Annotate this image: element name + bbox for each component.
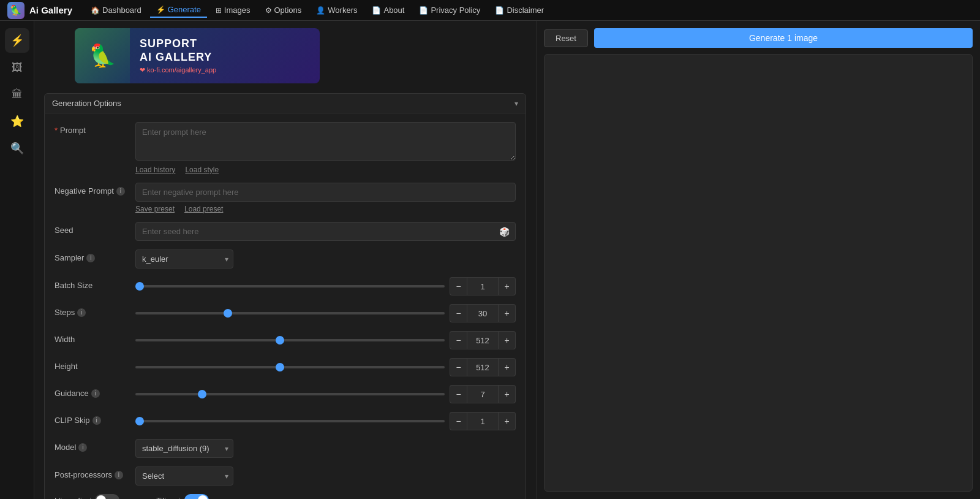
seed-input[interactable] (135, 222, 516, 241)
hires-fix-item: Hi-res fix i (55, 494, 119, 499)
height-decrease-button[interactable]: − (450, 358, 467, 376)
nav-workers[interactable]: 👤 Workers (310, 3, 363, 17)
guidance-row: Guidance i − 7 + (55, 385, 516, 403)
about-icon: 📄 (372, 6, 381, 15)
clip-skip-info-icon[interactable]: i (92, 416, 101, 425)
nav-generate[interactable]: ⚡ Generate (150, 2, 207, 18)
clip-skip-num-control: − 1 + (450, 412, 516, 430)
width-label: Width (55, 331, 128, 344)
tiling-item: Tiling i (156, 494, 208, 499)
sidebar-item-images[interactable]: 🖼 (5, 55, 29, 80)
batch-size-value: 1 (467, 277, 499, 295)
load-history-link[interactable]: Load history (135, 166, 175, 174)
model-control: stable_diffusion (9) (135, 439, 516, 458)
sampler-row: Sampler i k_euler k_euler_a k_dpm_2 k_dp… (55, 250, 516, 269)
generate-icon: ⚡ (156, 6, 165, 14)
batch-size-slider[interactable] (135, 285, 445, 288)
batch-size-slider-row: − 1 + (135, 277, 516, 295)
guidance-slider-row: − 7 + (135, 385, 516, 403)
seed-label: Seed (55, 222, 128, 235)
negative-prompt-sub-links: Save preset Load preset (135, 205, 516, 213)
width-control: − 512 + (135, 331, 516, 349)
nav-options[interactable]: ⚙ Options (259, 3, 308, 17)
model-info-icon[interactable]: i (78, 443, 87, 452)
height-increase-button[interactable]: + (499, 358, 516, 376)
post-processors-control: Select GFPGAN Real-ESRGAN (135, 467, 516, 486)
sidebar-item-star[interactable]: ⭐ (5, 109, 29, 134)
sidebar-item-search-face[interactable]: 🔍 (5, 136, 29, 161)
height-label: Height (55, 358, 128, 371)
clip-skip-label: CLIP Skip i (55, 412, 128, 425)
clip-skip-increase-button[interactable]: + (499, 412, 516, 430)
prompt-input[interactable] (135, 122, 516, 161)
sampler-info-icon[interactable]: i (86, 254, 95, 262)
clip-skip-slider[interactable] (135, 420, 445, 422)
model-select[interactable]: stable_diffusion (9) (135, 439, 233, 458)
steps-decrease-button[interactable]: − (450, 304, 467, 322)
guidance-increase-button[interactable]: + (499, 385, 516, 403)
hires-fix-toggle[interactable] (95, 494, 119, 499)
seed-input-wrapper: 🎲 (135, 222, 516, 241)
hires-fix-info-icon[interactable]: i (89, 496, 91, 500)
guidance-info-icon[interactable]: i (91, 389, 100, 398)
nav-privacy[interactable]: 📄 Privacy Policy (413, 3, 486, 17)
clip-skip-slider-row: − 1 + (135, 412, 516, 430)
steps-increase-button[interactable]: + (499, 304, 516, 322)
prompt-label: * Prompt (55, 122, 128, 135)
steps-value: 30 (467, 304, 499, 322)
sampler-select[interactable]: k_euler k_euler_a k_dpm_2 k_dpm_2_a k_lm… (135, 250, 233, 269)
tiling-info-icon[interactable]: i (179, 496, 181, 500)
height-slider[interactable] (135, 366, 445, 368)
nav-disclaimer-label: Disclaimer (507, 6, 544, 15)
steps-slider[interactable] (135, 312, 445, 314)
batch-size-decrease-button[interactable]: − (450, 277, 467, 295)
clip-skip-decrease-button[interactable]: − (450, 412, 467, 430)
load-style-link[interactable]: Load style (185, 166, 219, 174)
save-preset-link[interactable]: Save preset (135, 205, 175, 213)
sidebar-item-gallery[interactable]: 🏛 (5, 82, 29, 107)
sampler-select-wrapper: k_euler k_euler_a k_dpm_2 k_dpm_2_a k_lm… (135, 250, 233, 269)
guidance-slider[interactable] (135, 393, 445, 395)
negative-prompt-info-icon[interactable]: i (116, 187, 125, 196)
negative-prompt-row: Negative Prompt i Save preset Load prese… (55, 183, 516, 213)
width-slider[interactable] (135, 339, 445, 341)
guidance-decrease-button[interactable]: − (450, 385, 467, 403)
steps-control: − 30 + (135, 304, 516, 322)
steps-info-icon[interactable]: i (77, 308, 86, 317)
batch-size-increase-button[interactable]: + (499, 277, 516, 295)
post-processors-row: Post-processors i Select GFPGAN Real-ESR… (55, 467, 516, 486)
workers-icon: 👤 (316, 6, 325, 15)
load-preset-link[interactable]: Load preset (184, 205, 223, 213)
topnav: 🦜 Ai Gallery 🏠 Dashboard ⚡ Generate ⊞ Im… (0, 0, 980, 21)
support-banner[interactable]: 🦜 SupportAi Gallery ❤ ko-fi.com/aigaller… (75, 28, 320, 83)
nav-about-label: About (383, 6, 404, 15)
prompt-sub-links: Load history Load style (135, 166, 516, 174)
sidebar-item-generate[interactable]: ⚡ (5, 28, 29, 53)
width-increase-button[interactable]: + (499, 331, 516, 349)
height-slider-row: − 512 + (135, 358, 516, 376)
nav-dashboard[interactable]: 🏠 Dashboard (85, 3, 148, 17)
tiling-toggle[interactable] (184, 494, 209, 499)
generate-button[interactable]: Generate 1 image (594, 28, 973, 48)
nav-workers-label: Workers (328, 6, 357, 15)
post-processors-select[interactable]: Select GFPGAN Real-ESRGAN (135, 467, 233, 486)
disclaimer-icon: 📄 (495, 6, 504, 15)
nav-disclaimer[interactable]: 📄 Disclaimer (489, 3, 550, 17)
post-processors-info-icon[interactable]: i (115, 471, 123, 479)
steps-row: Steps i − 30 + (55, 304, 516, 322)
preview-area (544, 54, 973, 492)
seed-random-button[interactable]: 🎲 (497, 226, 512, 238)
prompt-control: Load history Load style (135, 122, 516, 174)
generation-options-title: Generation Options (52, 99, 121, 108)
nav-about[interactable]: 📄 About (366, 3, 410, 17)
app-title: Ai Gallery (29, 5, 72, 15)
nav-privacy-label: Privacy Policy (431, 6, 480, 15)
reset-button[interactable]: Reset (544, 29, 588, 47)
negative-prompt-input[interactable] (135, 183, 516, 202)
generation-options-header[interactable]: Generation Options ▾ (44, 93, 526, 113)
nav-images[interactable]: ⊞ Images (209, 3, 257, 17)
main-layout: ⚡ 🖼 🏛 ⭐ 🔍 🦜 SupportAi Gallery ❤ ko-fi.co… (0, 21, 980, 499)
content-area: 🦜 SupportAi Gallery ❤ ko-fi.com/aigaller… (34, 21, 980, 499)
guidance-label: Guidance i (55, 385, 128, 398)
width-decrease-button[interactable]: − (450, 331, 467, 349)
